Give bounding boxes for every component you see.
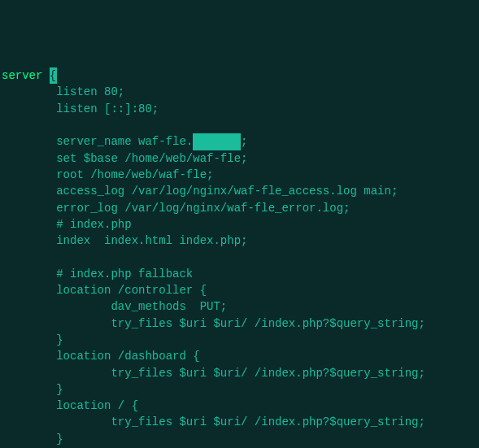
code-line-18: location /dashboard { <box>2 348 477 364</box>
code-line-9: error_log /var/log/nginx/waf-fle_error.l… <box>2 200 477 216</box>
code-editor[interactable]: server { listen 80; listen [::]:80; serv… <box>2 67 477 448</box>
code-line-19: try_files $uri $uri/ /index.php?$query_s… <box>2 365 477 381</box>
code-line-6: set $base /home/web/waf-fle; <box>2 150 477 167</box>
code-line-20: } <box>2 381 477 398</box>
code-line-23: } <box>2 431 477 447</box>
open-brace-highlight: { <box>50 67 57 84</box>
server-name-suffix: ; <box>241 135 247 148</box>
code-line-14: location /controller { <box>2 282 477 298</box>
code-line-1: server { <box>2 67 477 84</box>
code-line-4 <box>2 117 477 133</box>
code-line-22: try_files $uri $uri/ /index.php?$query_s… <box>2 414 477 430</box>
code-line-15: dav_methods PUT; <box>2 298 477 315</box>
code-line-7: root /home/web/waf-fle; <box>2 167 477 183</box>
server-keyword: server <box>2 69 42 82</box>
code-line-5: server_name waf-fle. ; <box>2 133 477 150</box>
code-line-13: # index.php fallback <box>2 266 477 282</box>
redacted-domain <box>193 133 241 150</box>
code-line-17: } <box>2 332 477 348</box>
code-line-8: access_log /var/log/nginx/waf-fle_access… <box>2 183 477 199</box>
code-line-21: location / { <box>2 398 477 414</box>
code-line-12 <box>2 249 477 265</box>
code-line-3: listen [::]:80; <box>2 101 477 117</box>
code-line-2: listen 80; <box>2 84 477 100</box>
code-line-10: # index.php <box>2 216 477 233</box>
code-line-11: index index.html index.php; <box>2 233 477 249</box>
server-name-prefix: server_name waf-fle. <box>2 135 193 148</box>
code-line-16: try_files $uri $uri/ /index.php?$query_s… <box>2 315 477 332</box>
